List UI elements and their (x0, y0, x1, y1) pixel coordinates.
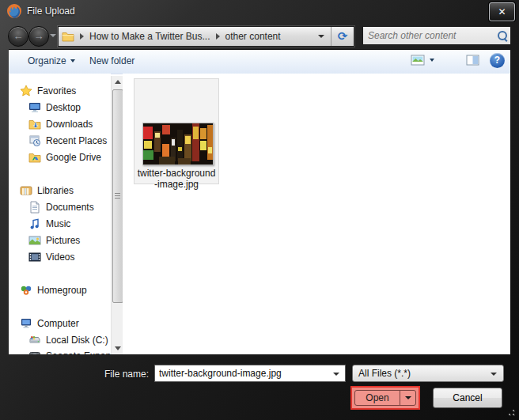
file-thumbnail (142, 123, 214, 165)
views-icon (411, 55, 425, 66)
computer-icon (20, 317, 32, 330)
recent-places-icon (28, 134, 41, 147)
open-split-button[interactable] (400, 391, 415, 405)
sidebar-section-label: Libraries (37, 185, 74, 196)
homegroup-icon (20, 284, 32, 297)
sidebar-item-label: Documents (46, 202, 94, 213)
scrollbar-grip-icon (115, 193, 120, 200)
sidebar-item-label: Google Drive (46, 152, 101, 163)
sidebar-item-label: Pictures (46, 235, 80, 246)
breadcrumb-item-current[interactable]: other content (225, 31, 281, 42)
file-name-dropdown-icon[interactable] (333, 373, 339, 376)
resize-grip[interactable] (505, 406, 514, 415)
forward-button[interactable]: → (28, 26, 49, 47)
back-button[interactable]: ← (8, 26, 28, 47)
history-dropdown-icon[interactable] (50, 34, 56, 37)
sidebar-item-documents[interactable]: Documents (28, 199, 94, 215)
search-input[interactable] (363, 30, 497, 41)
refresh-button[interactable]: ⟳ (331, 27, 354, 46)
sidebar-section-favorites[interactable]: Favorites (20, 83, 76, 99)
preview-pane-icon (466, 55, 479, 66)
views-button[interactable] (411, 55, 434, 66)
sidebar-scrollbar[interactable] (111, 76, 123, 354)
open-dropdown-icon (405, 396, 411, 399)
documents-icon (28, 201, 41, 214)
file-name-combo[interactable] (154, 365, 346, 382)
views-dropdown-icon (430, 59, 434, 62)
folder-icon (62, 30, 74, 43)
breadcrumb-dropdown-icon[interactable] (318, 35, 324, 38)
firefox-icon (6, 3, 22, 19)
file-name-field-label: File name: (93, 369, 149, 380)
scroll-up-button[interactable] (112, 76, 123, 88)
sidebar-section-label: Favorites (37, 85, 76, 96)
videos-icon (28, 251, 41, 263)
preview-pane-button[interactable] (466, 55, 479, 66)
title-bar[interactable]: File Upload ✕ (0, 0, 519, 24)
cancel-button[interactable]: Cancel (433, 388, 502, 408)
star-icon (20, 85, 32, 97)
libraries-icon (20, 184, 32, 197)
file-name-input[interactable] (155, 365, 335, 381)
breadcrumb-item-parent[interactable]: How to Make a Twitter Bus... (89, 31, 210, 42)
organize-label: Organize (28, 55, 66, 66)
breadcrumb-separator-icon (216, 33, 220, 40)
scroll-down-button[interactable] (112, 342, 123, 354)
file-type-dropdown-icon (491, 373, 497, 376)
scroll-down-icon (115, 346, 121, 350)
file-item-twitter-background-image[interactable]: twitter-background-image.jpg (134, 78, 219, 184)
organize-dropdown-icon (70, 59, 75, 62)
downloads-icon (28, 118, 41, 131)
breadcrumb[interactable]: How to Make a Twitter Bus... other conte… (58, 26, 354, 47)
sidebar-item-seagate-drive[interactable]: Seagate Expans (28, 348, 116, 354)
open-button-highlight: Open (350, 386, 420, 410)
sidebar-item-label: Local Disk (C:) (46, 335, 108, 346)
sidebar-item-videos[interactable]: Videos (28, 249, 74, 265)
sidebar-item-label: Videos (46, 252, 74, 263)
pictures-icon (28, 234, 41, 247)
search-icon[interactable] (497, 30, 505, 41)
open-button[interactable]: Open (354, 390, 416, 406)
dialog-content: Organize New folder ? Favorites Desktop … (9, 49, 510, 354)
sidebar-section-homegroup[interactable]: Homegroup (20, 282, 87, 298)
sidebar-section-computer[interactable]: Computer (20, 316, 79, 331)
file-list: twitter-background-image.jpg (123, 74, 510, 354)
sidebar-item-recent-places[interactable]: Recent Places (28, 133, 107, 149)
desktop-icon (28, 101, 41, 114)
close-button[interactable]: ✕ (489, 2, 515, 21)
sidebar-item-label: Recent Places (46, 135, 107, 146)
sidebar-item-label: Desktop (46, 102, 81, 113)
sidebar-nav: Favorites Desktop Downloads Recent Place… (9, 74, 111, 354)
sidebar-section-label: Homegroup (37, 285, 87, 296)
sidebar-section-libraries[interactable]: Libraries (20, 183, 74, 199)
sidebar-item-label: Music (46, 218, 70, 229)
music-icon (28, 218, 41, 230)
scroll-up-icon (115, 80, 121, 84)
sidebar-item-local-disk-c[interactable]: Local Disk (C:) (28, 332, 108, 348)
breadcrumb-separator-icon (80, 33, 84, 40)
help-button[interactable]: ? (490, 53, 505, 68)
file-name-label: twitter-background-image.jpg (136, 168, 217, 190)
sidebar-item-google-drive[interactable]: Google Drive (28, 149, 101, 165)
open-button-label[interactable]: Open (355, 391, 400, 405)
sidebar-item-music[interactable]: Music (28, 216, 70, 232)
search-box[interactable] (362, 26, 511, 45)
sidebar-item-label: Seagate Expans (46, 350, 116, 354)
organize-button[interactable]: Organize (28, 55, 75, 66)
new-folder-button[interactable]: New folder (89, 55, 134, 66)
sidebar-section-label: Computer (37, 318, 79, 329)
new-folder-label: New folder (89, 55, 134, 66)
google-drive-icon (28, 151, 41, 164)
external-drive-icon (28, 350, 41, 354)
file-type-select[interactable]: All Files (*.*) (352, 365, 504, 382)
sidebar-item-label: Downloads (46, 119, 93, 130)
command-bar: Organize New folder ? (9, 50, 510, 74)
local-disk-icon (28, 334, 41, 346)
sidebar-item-desktop[interactable]: Desktop (28, 100, 81, 115)
sidebar-item-downloads[interactable]: Downloads (28, 116, 93, 132)
window-title: File Upload (27, 6, 75, 17)
sidebar-item-pictures[interactable]: Pictures (28, 233, 80, 248)
file-type-value: All Files (*.*) (358, 368, 411, 379)
file-upload-dialog: { "window": { "title": "File Upload", "c… (0, 0, 519, 420)
scrollbar-thumb[interactable] (112, 89, 123, 303)
